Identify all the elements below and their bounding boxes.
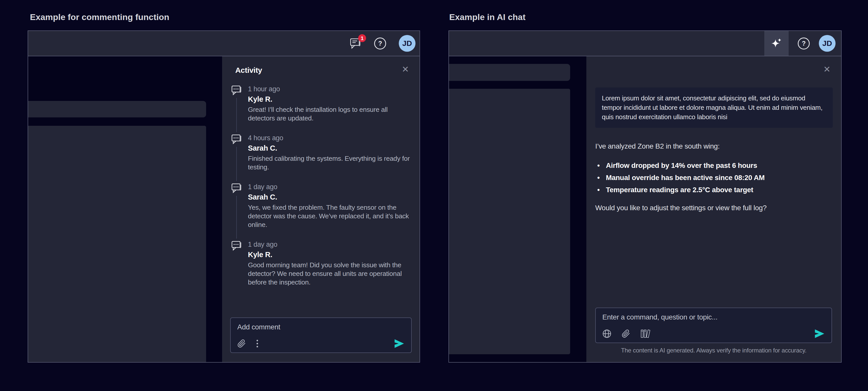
comment-timestamp: 1 hour ago [248, 85, 411, 93]
ai-disclaimer: The content is AI generated. Always veri… [586, 347, 841, 354]
comment-timestamp: 1 day ago [248, 241, 411, 248]
ai-bullet-text: Manual override has been active since 08… [606, 174, 765, 182]
bullet-marker: • [597, 174, 606, 182]
close-icon[interactable]: ✕ [824, 65, 831, 73]
ai-response: I’ve analyzed Zone B2 in the south wing:… [595, 142, 831, 212]
notification-badge: 1 [358, 34, 366, 42]
comments-button[interactable]: 1 [350, 38, 362, 49]
ai-response-outro: Would you like to adjust the settings or… [595, 204, 831, 212]
comment-timestamp: 1 day ago [248, 183, 411, 191]
content-placeholder-panel [449, 89, 570, 354]
chat-input-box [595, 308, 832, 343]
sparkle-icon [770, 37, 783, 50]
comment-text: Finished calibrating the systems. Everyt… [248, 154, 411, 183]
web-globe-icon[interactable] [602, 329, 612, 338]
help-icon: ? [374, 37, 386, 50]
comment-author: Sarah C. [248, 144, 411, 152]
user-message-bubble: Lorem ipsum dolor sit amet, consectetur … [595, 88, 833, 128]
ai-bullet-item: • Manual override has been active since … [597, 174, 831, 182]
activity-panel: Activity ✕ [222, 56, 420, 362]
chat-input[interactable] [602, 313, 825, 321]
comment-author: Kyle R. [248, 95, 411, 103]
ai-assistant-button[interactable] [764, 31, 789, 56]
commenting-example-window: 1 ? JD Activity ✕ [28, 30, 420, 363]
comment-item[interactable]: 1 day ago Kyle R. Good morning team! Did… [231, 240, 411, 287]
ai-response-intro: I’ve analyzed Zone B2 in the south wing: [595, 142, 831, 151]
comment-dots-icon [231, 183, 242, 193]
comment-author: Kyle R. [248, 250, 411, 259]
timeline-connector [236, 147, 237, 181]
comment-author: Sarah C. [248, 193, 411, 201]
timeline-connector [236, 196, 237, 239]
bullet-marker: • [597, 161, 606, 170]
help-button[interactable]: ? [374, 37, 386, 50]
library-books-icon[interactable] [640, 329, 650, 338]
avatar[interactable]: JD [819, 35, 836, 52]
attachment-icon[interactable] [622, 329, 630, 338]
comment-dots-icon [231, 133, 242, 144]
ai-bullet-text: Temperature readings are 2.5°C above tar… [606, 186, 753, 194]
right-topbar: ? JD [449, 31, 841, 56]
bullet-marker: • [597, 186, 606, 194]
add-comment-input[interactable] [237, 323, 405, 331]
avatar[interactable]: JD [399, 35, 415, 52]
add-comment-box [230, 318, 412, 353]
left-topbar: 1 ? JD [28, 31, 420, 56]
ai-bullet-item: • Airflow dropped by 14% over the past 6… [597, 161, 831, 170]
ai-chat-example-window: ? JD ✕ Lorem ipsum dolor sit amet, conse… [448, 30, 842, 363]
help-button[interactable]: ? [798, 37, 810, 50]
timeline-connector [236, 98, 237, 132]
comment-dots-icon [231, 240, 242, 251]
ai-bullet-item: • Temperature readings are 2.5°C above t… [597, 186, 831, 194]
comment-text: Good morning team! Did you solve the iss… [248, 261, 411, 287]
ai-bullet-text: Airflow dropped by 14% over the past 6 h… [606, 161, 757, 170]
close-icon[interactable]: ✕ [402, 65, 409, 73]
comment-item[interactable]: 1 hour ago Kyle R. Great! I’ll check the… [231, 85, 411, 133]
more-options-icon[interactable] [256, 339, 258, 348]
activity-panel-title: Activity [235, 66, 262, 74]
left-example-title: Example for commenting function [30, 12, 169, 22]
comment-text: Yes, we fixed the problem. The faulty se… [248, 203, 411, 240]
attachment-icon[interactable] [237, 339, 246, 348]
ai-chat-panel: ✕ Lorem ipsum dolor sit amet, consectetu… [586, 56, 841, 362]
content-placeholder-panel [28, 126, 206, 362]
comment-item[interactable]: 4 hours ago Sarah C. Finished calibratin… [231, 133, 411, 183]
content-placeholder-bar [449, 64, 570, 81]
right-example-title: Example in AI chat [449, 12, 526, 22]
ai-response-bullets: • Airflow dropped by 14% over the past 6… [597, 161, 831, 194]
send-icon[interactable] [814, 329, 825, 338]
comment-text: Great! I’ll check the installation logs … [248, 105, 411, 133]
send-icon[interactable] [394, 339, 405, 349]
comment-item[interactable]: 1 day ago Sarah C. Yes, we fixed the pro… [231, 183, 411, 240]
comment-dots-icon [231, 85, 242, 95]
content-placeholder-bar [28, 101, 206, 117]
canvas: Example for commenting function Example … [0, 0, 868, 391]
comment-timestamp: 4 hours ago [248, 134, 411, 142]
activity-comments-list: 1 hour ago Kyle R. Great! I’ll check the… [231, 85, 411, 287]
help-icon: ? [798, 37, 810, 50]
